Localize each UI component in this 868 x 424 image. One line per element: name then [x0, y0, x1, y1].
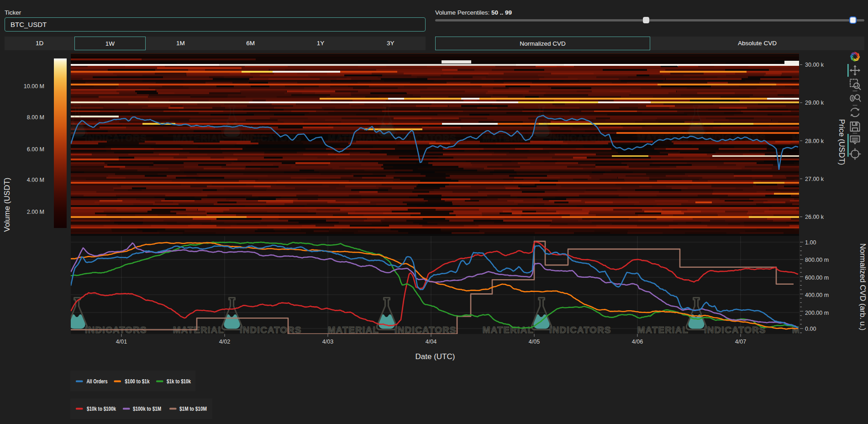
- svg-text:MATERIAL: MATERIAL: [637, 325, 689, 335]
- svg-text:26.00 k: 26.00 k: [805, 214, 824, 220]
- svg-text:28.00 k: 28.00 k: [805, 138, 824, 144]
- svg-text:INDICATORS: INDICATORS: [240, 133, 302, 143]
- svg-text:4/02: 4/02: [219, 339, 230, 345]
- svg-text:4/03: 4/03: [322, 339, 333, 345]
- svg-text:$10k to $100k: $10k to $100k: [87, 405, 116, 412]
- svg-text:6.00 M: 6.00 M: [27, 146, 44, 153]
- svg-text:0.00: 0.00: [805, 326, 816, 332]
- svg-text:400.00 m: 400.00 m: [805, 292, 829, 298]
- svg-text:Normalized CVD (arb. u.): Normalized CVD (arb. u.): [858, 244, 867, 331]
- svg-text:INDICATORS: INDICATORS: [85, 133, 147, 143]
- svg-text:2.00 M: 2.00 M: [27, 209, 44, 215]
- svg-text:$1k to $10k: $1k to $10k: [167, 378, 191, 385]
- svg-text:1.00: 1.00: [805, 239, 816, 246]
- svg-text:MATERIAL: MATERIAL: [173, 133, 224, 143]
- svg-text:INDICATORS: INDICATORS: [549, 325, 611, 335]
- svg-text:Date (UTC): Date (UTC): [416, 352, 455, 361]
- svg-text:200.00 m: 200.00 m: [805, 310, 829, 316]
- svg-text:600.00 m: 600.00 m: [805, 275, 829, 281]
- svg-text:$100k to $1M: $100k to $1M: [133, 405, 161, 412]
- svg-text:Volume (USDT): Volume (USDT): [3, 177, 11, 232]
- svg-text:30.00 k: 30.00 k: [805, 62, 824, 68]
- svg-text:800.00 m: 800.00 m: [805, 257, 829, 263]
- svg-text:4/06: 4/06: [632, 339, 643, 345]
- svg-text:4.00 M: 4.00 M: [27, 177, 44, 183]
- svg-text:4/05: 4/05: [529, 339, 540, 345]
- svg-text:INDICATORS: INDICATORS: [859, 133, 868, 143]
- svg-text:INDICATORS: INDICATORS: [395, 133, 457, 143]
- svg-text:MATERIAL: MATERIAL: [792, 325, 843, 335]
- svg-text:$100 to $1k: $100 to $1k: [125, 378, 150, 385]
- svg-text:INDICATORS: INDICATORS: [704, 325, 766, 335]
- svg-text:Price (USDT): Price (USDT): [837, 119, 846, 165]
- svg-text:29.00 k: 29.00 k: [805, 100, 824, 106]
- svg-text:INDICATORS: INDICATORS: [704, 133, 766, 143]
- svg-text:4/04: 4/04: [426, 339, 437, 345]
- svg-text:27.00 k: 27.00 k: [805, 176, 824, 182]
- svg-text:$1M to $10M: $1M to $10M: [179, 405, 207, 412]
- svg-text:8.00 M: 8.00 M: [27, 114, 44, 121]
- svg-text:4/01: 4/01: [116, 339, 127, 345]
- svg-text:4/07: 4/07: [735, 339, 746, 345]
- svg-text:MATERIAL: MATERIAL: [483, 325, 534, 335]
- svg-text:10.00 M: 10.00 M: [24, 83, 44, 90]
- svg-text:All Orders: All Orders: [87, 378, 108, 385]
- svg-text:MATERIAL: MATERIAL: [18, 325, 69, 335]
